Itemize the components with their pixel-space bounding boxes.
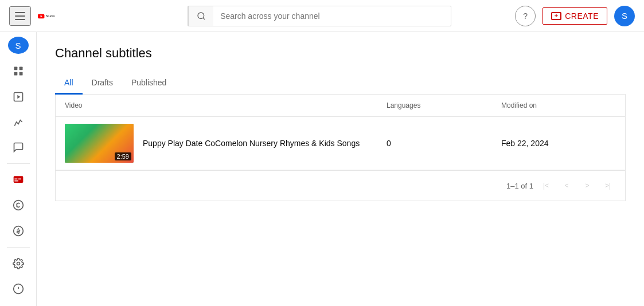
sidebar: S [0, 32, 37, 306]
hamburger-button[interactable] [9, 6, 31, 26]
svg-rect-14 [14, 181, 18, 182]
search-bar [124, 6, 515, 26]
svg-rect-8 [19, 72, 22, 76]
create-plus: + [555, 13, 559, 19]
main-content: Channel subtitles All Drafts Published V… [37, 32, 644, 306]
pagination-last[interactable]: >| [600, 178, 616, 194]
pagination-first[interactable]: |< [538, 178, 554, 194]
analytics-icon [13, 116, 24, 128]
video-cell: 2:59 Puppy Play Date CoComelon Nursery R… [65, 124, 387, 163]
svg-rect-11 [13, 176, 23, 183]
svg-rect-7 [14, 72, 17, 76]
svg-marker-10 [17, 95, 20, 99]
svg-point-3 [198, 13, 204, 19]
search-button[interactable] [188, 6, 213, 26]
tab-all[interactable]: All [55, 72, 83, 95]
sidebar-divider-1 [7, 163, 30, 164]
svg-line-4 [203, 18, 205, 19]
dashboard-icon [13, 65, 24, 77]
sidebar-item-comments[interactable] [5, 136, 32, 159]
sidebar-avatar-letter: S [15, 41, 21, 50]
create-label: CREATE [565, 11, 599, 21]
col-video-header: Video [65, 101, 387, 109]
settings-icon [13, 258, 24, 269]
col-languages-header: Languages [387, 101, 501, 109]
subtitles-icon [13, 174, 24, 186]
logo[interactable]: Studio [38, 10, 56, 22]
create-icon: + [551, 12, 561, 20]
thumbnail[interactable]: 2:59 [65, 124, 134, 163]
header-left: Studio [9, 6, 124, 26]
svg-rect-13 [18, 179, 21, 180]
sidebar-item-dashboard[interactable] [5, 60, 32, 83]
sidebar-item-content[interactable] [5, 85, 32, 108]
sidebar-divider-2 [7, 247, 30, 248]
avatar-letter: S [622, 11, 627, 21]
copyright-icon [13, 199, 24, 211]
sidebar-item-copyright[interactable] [5, 194, 32, 217]
earn-icon [13, 225, 24, 237]
duration-badge: 2:59 [115, 152, 131, 160]
svg-rect-6 [19, 67, 22, 70]
content-icon [13, 91, 24, 103]
tab-drafts[interactable]: Drafts [83, 72, 122, 95]
sidebar-item-settings[interactable] [5, 252, 32, 275]
tabs: All Drafts Published [55, 72, 626, 95]
pagination-next[interactable]: > [579, 178, 595, 194]
create-button[interactable]: + CREATE [542, 7, 607, 25]
search-container [188, 6, 451, 26]
sidebar-item-feedback[interactable] [5, 277, 32, 300]
pagination: 1–1 of 1 |< < > >| [56, 170, 625, 201]
tab-published[interactable]: Published [122, 72, 176, 95]
sidebar-item-analytics[interactable] [5, 111, 32, 134]
youtube-icon: Studio [38, 10, 56, 22]
col-modified-header: Modified on [501, 101, 616, 109]
svg-point-19 [17, 262, 19, 265]
page-title: Channel subtitles [55, 46, 626, 61]
header: Studio ? + CREATE S [0, 0, 644, 32]
video-title[interactable]: Puppy Play Date CoComelon Nursery Rhymes… [143, 139, 360, 148]
search-icon [197, 11, 206, 21]
sidebar-item-subtitles[interactable] [5, 168, 32, 191]
cell-languages: 0 [387, 139, 501, 148]
header-right: ? + CREATE S [515, 6, 635, 26]
pagination-info: 1–1 of 1 [506, 182, 533, 190]
feedback-icon [13, 283, 24, 295]
help-label: ? [523, 11, 528, 21]
table-container: Video Languages Modified on 2:59 Puppy P… [55, 95, 626, 201]
sidebar-item-earn[interactable] [5, 219, 32, 242]
svg-rect-5 [14, 67, 17, 70]
pagination-prev[interactable]: < [559, 178, 575, 194]
cell-modified: Feb 22, 2024 [501, 139, 616, 148]
table-row: 2:59 Puppy Play Date CoComelon Nursery R… [56, 117, 625, 170]
comments-icon [13, 142, 24, 153]
help-button[interactable]: ? [515, 6, 536, 26]
avatar[interactable]: S [614, 6, 635, 26]
sidebar-avatar[interactable]: S [8, 37, 29, 54]
svg-rect-12 [14, 179, 17, 180]
search-input[interactable] [213, 11, 451, 21]
layout: S [0, 32, 644, 306]
table-header: Video Languages Modified on [56, 95, 625, 117]
svg-point-15 [13, 201, 23, 210]
svg-text:Studio: Studio [46, 14, 55, 18]
